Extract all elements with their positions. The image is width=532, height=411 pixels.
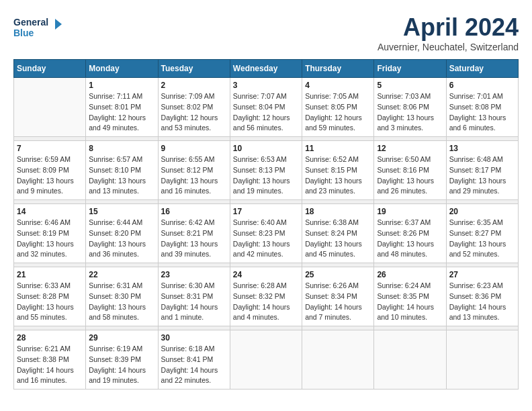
day-info: Sunrise: 6:40 AM Sunset: 8:23 PM Dayligh… xyxy=(233,218,299,260)
calendar-week-2: 7Sunrise: 6:59 AM Sunset: 8:09 PM Daylig… xyxy=(14,141,519,200)
day-header-monday: Monday xyxy=(86,60,158,78)
day-number: 9 xyxy=(161,144,227,153)
day-info: Sunrise: 6:23 AM Sunset: 8:36 PM Dayligh… xyxy=(449,281,515,323)
day-info: Sunrise: 7:05 AM Sunset: 8:05 PM Dayligh… xyxy=(305,91,371,134)
calendar-cell: 16Sunrise: 6:42 AM Sunset: 8:21 PM Dayli… xyxy=(158,204,230,263)
calendar-cell: 18Sunrise: 6:38 AM Sunset: 8:24 PM Dayli… xyxy=(302,204,374,263)
day-number: 12 xyxy=(377,144,443,153)
day-number: 29 xyxy=(89,333,154,342)
calendar-week-4: 21Sunrise: 6:33 AM Sunset: 8:28 PM Dayli… xyxy=(14,267,519,326)
calendar-cell: 15Sunrise: 6:44 AM Sunset: 8:20 PM Dayli… xyxy=(86,204,158,263)
day-number: 30 xyxy=(161,333,227,342)
calendar-cell: 23Sunrise: 6:30 AM Sunset: 8:31 PM Dayli… xyxy=(158,267,230,326)
day-number: 11 xyxy=(305,144,371,153)
calendar-cell: 13Sunrise: 6:48 AM Sunset: 8:17 PM Dayli… xyxy=(446,141,518,200)
day-number: 3 xyxy=(233,81,299,90)
day-info: Sunrise: 6:50 AM Sunset: 8:16 PM Dayligh… xyxy=(377,154,443,197)
day-number: 2 xyxy=(161,81,227,90)
calendar-cell xyxy=(230,330,302,390)
logo-svg: General Blue xyxy=(13,13,67,47)
calendar-cell: 14Sunrise: 6:46 AM Sunset: 8:19 PM Dayli… xyxy=(14,204,86,263)
day-info: Sunrise: 6:18 AM Sunset: 8:41 PM Dayligh… xyxy=(161,344,227,386)
calendar-cell: 7Sunrise: 6:59 AM Sunset: 8:09 PM Daylig… xyxy=(14,141,86,200)
calendar-week-1: 1Sunrise: 7:11 AM Sunset: 8:01 PM Daylig… xyxy=(14,78,519,137)
day-number: 15 xyxy=(89,207,154,216)
day-number: 21 xyxy=(17,270,83,279)
day-number: 14 xyxy=(17,207,83,216)
calendar-cell: 28Sunrise: 6:21 AM Sunset: 8:38 PM Dayli… xyxy=(14,330,86,390)
calendar-cell: 22Sunrise: 6:31 AM Sunset: 8:30 PM Dayli… xyxy=(86,267,158,326)
calendar-cell: 26Sunrise: 6:24 AM Sunset: 8:35 PM Dayli… xyxy=(374,267,446,326)
calendar-cell: 25Sunrise: 6:26 AM Sunset: 8:34 PM Dayli… xyxy=(302,267,374,326)
calendar-cell: 21Sunrise: 6:33 AM Sunset: 8:28 PM Dayli… xyxy=(14,267,86,326)
title-block: April 2024 Auvernier, Neuchatel, Switzer… xyxy=(378,13,519,52)
calendar-cell xyxy=(374,330,446,390)
day-info: Sunrise: 6:44 AM Sunset: 8:20 PM Dayligh… xyxy=(89,218,154,260)
day-info: Sunrise: 6:31 AM Sunset: 8:30 PM Dayligh… xyxy=(89,281,154,323)
day-number: 13 xyxy=(449,144,515,153)
day-info: Sunrise: 6:30 AM Sunset: 8:31 PM Dayligh… xyxy=(161,281,227,323)
calendar-cell xyxy=(446,330,518,390)
day-number: 10 xyxy=(233,144,299,153)
day-info: Sunrise: 6:59 AM Sunset: 8:09 PM Dayligh… xyxy=(17,154,83,197)
day-header-sunday: Sunday xyxy=(14,60,86,78)
calendar-cell: 5Sunrise: 7:03 AM Sunset: 8:06 PM Daylig… xyxy=(374,78,446,137)
calendar-week-5: 28Sunrise: 6:21 AM Sunset: 8:38 PM Dayli… xyxy=(14,330,519,390)
calendar-table: SundayMondayTuesdayWednesdayThursdayFrid… xyxy=(13,59,519,390)
day-header-thursday: Thursday xyxy=(302,60,374,78)
month-title: April 2024 xyxy=(378,13,519,42)
svg-marker-2 xyxy=(55,19,62,30)
day-number: 25 xyxy=(305,270,371,279)
day-info: Sunrise: 6:46 AM Sunset: 8:19 PM Dayligh… xyxy=(17,218,83,260)
day-info: Sunrise: 6:55 AM Sunset: 8:12 PM Dayligh… xyxy=(161,154,227,197)
day-header-tuesday: Tuesday xyxy=(158,60,230,78)
day-number: 23 xyxy=(161,270,227,279)
day-info: Sunrise: 7:11 AM Sunset: 8:01 PM Dayligh… xyxy=(89,91,154,134)
day-info: Sunrise: 6:28 AM Sunset: 8:32 PM Dayligh… xyxy=(233,281,299,323)
page-header: General Blue April 2024 Auvernier, Neuch… xyxy=(13,13,519,52)
day-number: 20 xyxy=(449,207,515,216)
day-number: 7 xyxy=(17,144,83,153)
day-number: 22 xyxy=(89,270,154,279)
day-info: Sunrise: 6:38 AM Sunset: 8:24 PM Dayligh… xyxy=(305,218,371,260)
day-info: Sunrise: 6:33 AM Sunset: 8:28 PM Dayligh… xyxy=(17,281,83,323)
day-number: 5 xyxy=(377,81,443,90)
calendar-cell: 12Sunrise: 6:50 AM Sunset: 8:16 PM Dayli… xyxy=(374,141,446,200)
day-info: Sunrise: 6:42 AM Sunset: 8:21 PM Dayligh… xyxy=(161,218,227,260)
day-number: 28 xyxy=(17,333,83,342)
day-header-saturday: Saturday xyxy=(446,60,518,78)
day-number: 6 xyxy=(449,81,515,90)
calendar-week-3: 14Sunrise: 6:46 AM Sunset: 8:19 PM Dayli… xyxy=(14,204,519,263)
location: Auvernier, Neuchatel, Switzerland xyxy=(378,42,519,52)
svg-text:General: General xyxy=(13,17,48,28)
day-info: Sunrise: 6:52 AM Sunset: 8:15 PM Dayligh… xyxy=(305,154,371,197)
calendar-cell xyxy=(14,78,86,137)
day-info: Sunrise: 6:57 AM Sunset: 8:10 PM Dayligh… xyxy=(89,154,154,197)
day-info: Sunrise: 7:01 AM Sunset: 8:08 PM Dayligh… xyxy=(449,91,515,134)
day-number: 1 xyxy=(89,81,154,90)
calendar-cell: 2Sunrise: 7:09 AM Sunset: 8:02 PM Daylig… xyxy=(158,78,230,137)
day-info: Sunrise: 6:19 AM Sunset: 8:39 PM Dayligh… xyxy=(89,344,154,386)
calendar-cell xyxy=(302,330,374,390)
calendar-cell: 6Sunrise: 7:01 AM Sunset: 8:08 PM Daylig… xyxy=(446,78,518,137)
day-info: Sunrise: 6:26 AM Sunset: 8:34 PM Dayligh… xyxy=(305,281,371,323)
day-number: 16 xyxy=(161,207,227,216)
day-info: Sunrise: 6:48 AM Sunset: 8:17 PM Dayligh… xyxy=(449,154,515,197)
day-info: Sunrise: 6:53 AM Sunset: 8:13 PM Dayligh… xyxy=(233,154,299,197)
day-number: 17 xyxy=(233,207,299,216)
calendar-cell: 29Sunrise: 6:19 AM Sunset: 8:39 PM Dayli… xyxy=(86,330,158,390)
day-info: Sunrise: 6:37 AM Sunset: 8:26 PM Dayligh… xyxy=(377,218,443,260)
calendar-cell: 1Sunrise: 7:11 AM Sunset: 8:01 PM Daylig… xyxy=(86,78,158,137)
calendar-cell: 19Sunrise: 6:37 AM Sunset: 8:26 PM Dayli… xyxy=(374,204,446,263)
calendar-cell: 17Sunrise: 6:40 AM Sunset: 8:23 PM Dayli… xyxy=(230,204,302,263)
calendar-cell: 11Sunrise: 6:52 AM Sunset: 8:15 PM Dayli… xyxy=(302,141,374,200)
day-header-wednesday: Wednesday xyxy=(230,60,302,78)
svg-text:Blue: Blue xyxy=(13,28,34,38)
calendar-cell: 20Sunrise: 6:35 AM Sunset: 8:27 PM Dayli… xyxy=(446,204,518,263)
calendar-cell: 9Sunrise: 6:55 AM Sunset: 8:12 PM Daylig… xyxy=(158,141,230,200)
calendar-cell: 3Sunrise: 7:07 AM Sunset: 8:04 PM Daylig… xyxy=(230,78,302,137)
calendar-cell: 8Sunrise: 6:57 AM Sunset: 8:10 PM Daylig… xyxy=(86,141,158,200)
calendar-cell: 10Sunrise: 6:53 AM Sunset: 8:13 PM Dayli… xyxy=(230,141,302,200)
day-header-friday: Friday xyxy=(374,60,446,78)
day-number: 27 xyxy=(449,270,515,279)
